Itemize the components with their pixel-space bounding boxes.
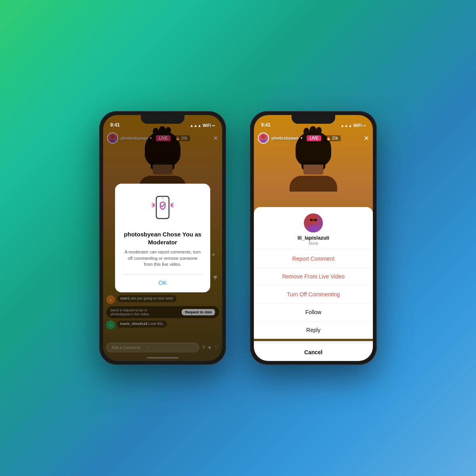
- status-time-2: 9:41: [261, 122, 271, 128]
- close-button-2[interactable]: ✕: [364, 134, 369, 142]
- follow-button[interactable]: Follow: [254, 303, 373, 321]
- svg-rect-17: [310, 219, 313, 221]
- report-comment-button[interactable]: Report Comment: [254, 250, 373, 268]
- phone-1-screen: 9:41 ▲▲▲ WiFi ▪▪ photosbyean ▾ LIVE 🔥 20…: [103, 115, 222, 361]
- action-fullname: Nora: [309, 241, 318, 246]
- svg-rect-7: [157, 197, 168, 218]
- modal-title: photosbyean Chose You as Moderator: [123, 230, 202, 246]
- svg-line-4: [152, 203, 154, 204]
- svg-line-12: [172, 206, 174, 208]
- svg-line-11: [172, 203, 174, 204]
- remove-from-live-button[interactable]: Remove From Live Video: [254, 268, 373, 286]
- modal-overlay-1: photosbyean Chose You as Moderator A mod…: [103, 115, 222, 361]
- status-time-1: 9:41: [110, 122, 120, 128]
- moderator-icon: [151, 193, 175, 225]
- signal-icon-2: ▲▲▲: [340, 123, 352, 128]
- phone-2-screen: 9:41 ▲▲▲ WiFi ▪▪ photosbyean ▾ LIVE 🔥 20…: [254, 115, 373, 361]
- signal-icon-1: ▲▲▲: [190, 123, 202, 128]
- svg-marker-2: [153, 203, 155, 207]
- status-icons-1: ▲▲▲ WiFi ▪▪: [190, 123, 215, 128]
- cancel-button[interactable]: Cancel: [254, 341, 373, 361]
- turn-off-commenting-button[interactable]: Turn Off Commenting: [254, 286, 373, 303]
- action-sheet: lil_lapislazuli Nora Report Comment Remo…: [254, 207, 373, 361]
- status-icons-2: ▲▲▲ WiFi ▪▪: [340, 123, 366, 128]
- action-sheet-main: lil_lapislazuli Nora Report Comment Remo…: [254, 207, 373, 339]
- notch-1: [141, 115, 184, 124]
- action-user-avatar: [304, 213, 323, 232]
- modal-divider: [123, 274, 202, 274]
- svg-marker-9: [171, 203, 172, 207]
- modal-icon-area: [123, 193, 202, 225]
- svg-point-8: [162, 198, 163, 199]
- svg-point-16: [307, 226, 320, 232]
- svg-point-13: [261, 134, 265, 138]
- svg-point-14: [260, 140, 266, 144]
- phone-1: 9:41 ▲▲▲ WiFi ▪▪ photosbyean ▾ LIVE 🔥 20…: [99, 111, 226, 365]
- battery-icon-1: ▪▪: [212, 123, 215, 128]
- streamer-avatar-2[interactable]: [258, 132, 269, 144]
- battery-icon-2: ▪▪: [363, 123, 366, 128]
- wifi-icon-1: WiFi: [203, 123, 211, 128]
- reply-button[interactable]: Reply: [254, 321, 373, 339]
- modal-ok-button[interactable]: OK: [123, 279, 202, 286]
- streamer-username-2: photosbyean: [271, 136, 298, 140]
- notch-2: [292, 115, 335, 124]
- svg-line-5: [152, 206, 154, 208]
- live-badge-2[interactable]: LIVE: [307, 135, 321, 141]
- svg-rect-18: [314, 219, 317, 221]
- live-header-2: photosbyean ▾ LIVE 🔥 20k ✕: [254, 129, 373, 147]
- modal-description: A moderator can report comments, turn of…: [123, 249, 202, 267]
- action-user-header: lil_lapislazuli Nora: [254, 207, 373, 250]
- action-username: lil_lapislazuli: [298, 235, 329, 241]
- chevron-icon-2: ▾: [301, 136, 303, 140]
- phone-2: 9:41 ▲▲▲ WiFi ▪▪ photosbyean ▾ LIVE 🔥 20…: [250, 111, 377, 365]
- moderator-modal: photosbyean Chose You as Moderator A mod…: [115, 184, 210, 292]
- viewers-count-2: 🔥 20k: [324, 135, 341, 141]
- wifi-icon-2: WiFi: [353, 123, 362, 128]
